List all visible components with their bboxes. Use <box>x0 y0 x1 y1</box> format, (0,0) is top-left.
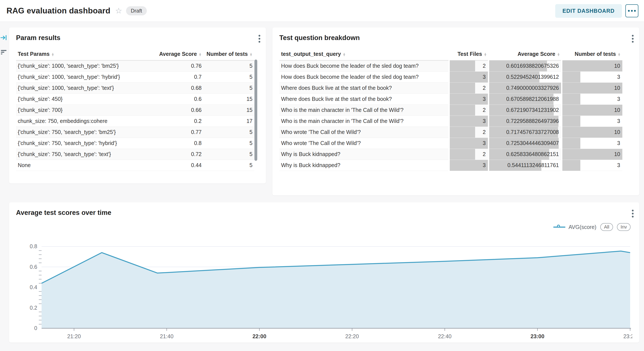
ellipsis-icon <box>634 10 636 12</box>
dashboard-header: RAG evaluation dashboard ☆ Draft EDIT DA… <box>0 0 644 22</box>
table-row: Why is Buck kidnapped? 3 0.5441113246811… <box>279 160 622 171</box>
sort-carets-icon: ▲▼ <box>484 52 487 56</box>
table-row: How does Buck become the leader of the s… <box>279 71 622 82</box>
card-title: Param results <box>16 34 259 42</box>
edit-dashboard-button[interactable]: EDIT DASHBOARD <box>555 4 622 18</box>
table-row: Who is the main character in 'The Call o… <box>279 116 622 127</box>
column-header[interactable]: Test Files▲▼ <box>449 47 488 60</box>
table-row: How does Buck become the leader of the s… <box>279 60 622 71</box>
bar-cell: 0.7253044446309407 <box>488 138 562 149</box>
avg-scores-chart-card: Average test scores over time AVG(score)… <box>9 202 639 343</box>
table-row: {'chunk_size': 1000, 'search_type': 'tex… <box>16 82 254 93</box>
table-row: {'chunk_size': 750, 'search_type': 'bm25… <box>16 127 254 138</box>
svg-text:23:20: 23:20 <box>624 333 632 339</box>
legend-series-label[interactable]: AVG(score) <box>568 224 596 230</box>
bar-cell: 3 <box>449 160 488 171</box>
column-header[interactable]: test_output_test_query▲▼ <box>279 47 449 60</box>
table-row: Who wrote 'The Call of the Wild'? 3 0.72… <box>279 138 622 149</box>
bar-cell: 2 <box>449 149 488 160</box>
expand-filter-bar-icon[interactable] <box>0 34 7 41</box>
table-row: Where does Buck live at the start of the… <box>279 93 622 104</box>
legend-select-all-button[interactable]: All <box>600 223 613 231</box>
sort-carets-icon: ▲▼ <box>557 52 560 56</box>
table-row: {'chunk_size': 450} 0.6 15 <box>16 93 254 104</box>
filter-icon[interactable] <box>1 49 7 55</box>
param-results-card: Param results Test Params▲▼Average Score… <box>9 27 266 184</box>
column-header[interactable]: Number of tests▲▼ <box>203 47 254 60</box>
bar-cell: 2 <box>449 60 488 71</box>
svg-text:0.6: 0.6 <box>30 264 37 270</box>
table-row: {'chunk_size': 700} 0.66 15 <box>16 104 254 116</box>
bar-cell: 2 <box>449 104 488 116</box>
card-title: Test question breakdown <box>279 34 632 42</box>
column-header[interactable]: Average Score▲▼ <box>488 47 562 60</box>
bar-cell: 10 <box>562 82 622 93</box>
kebab-menu-icon[interactable] <box>258 35 260 43</box>
svg-text:22:40: 22:40 <box>438 333 452 339</box>
bar-cell: 10 <box>562 127 622 138</box>
more-options-button[interactable] <box>626 4 638 17</box>
test-question-breakdown-table: test_output_test_query▲▼Test Files▲▼Aver… <box>279 47 622 171</box>
table-row: {'chunk_size': 750, 'search_type': 'text… <box>16 149 254 160</box>
bar-cell: 0.7490000003327926 <box>488 82 562 93</box>
table-row: {'chunk_size': 750, 'search_type': 'hybr… <box>16 138 254 149</box>
bar-cell: 0.7174576733727008 <box>488 127 562 138</box>
svg-text:0: 0 <box>34 325 37 331</box>
bar-cell: 0.6016938820675326 <box>488 60 562 71</box>
bar-cell: 0.7229588826497396 <box>488 116 562 127</box>
svg-text:21:20: 21:20 <box>67 333 81 339</box>
table-row: {'chunk_size': 1000, 'search_type': 'bm2… <box>16 60 254 71</box>
bar-cell: 2 <box>449 127 488 138</box>
svg-text:0.8: 0.8 <box>30 243 37 249</box>
bar-cell: 3 <box>562 160 622 171</box>
sort-carets-icon: ▲▼ <box>198 52 202 56</box>
sort-carets-icon: ▲▼ <box>342 52 346 56</box>
sort-carets-icon: ▲▼ <box>250 52 252 56</box>
table-header-row: Test Params▲▼Average Score▲▼Number of te… <box>16 47 254 60</box>
ellipsis-icon <box>631 10 633 12</box>
bar-cell: 3 <box>562 71 622 82</box>
column-header[interactable]: Test Params▲▼ <box>16 47 149 60</box>
table-row: Who is the main character in 'The Call o… <box>279 104 622 116</box>
bar-cell: 0.6721907341231902 <box>488 104 562 116</box>
card-title: Average test scores over time <box>16 209 632 217</box>
sort-carets-icon: ▲▼ <box>618 52 620 56</box>
table-row: Who wrote 'The Call of the Wild'? 2 0.71… <box>279 127 622 138</box>
table-row: Why is Buck kidnapped? 2 0.6258336480862… <box>279 149 622 160</box>
bar-cell: 10 <box>562 104 622 116</box>
bar-cell: 3 <box>562 93 622 104</box>
legend-series-marker-icon[interactable] <box>553 225 566 229</box>
svg-text:0.2: 0.2 <box>30 305 37 311</box>
column-header[interactable]: Number of tests▲▼ <box>562 47 622 60</box>
svg-text:23:00: 23:00 <box>530 333 544 339</box>
header-actions: EDIT DASHBOARD <box>555 4 638 18</box>
table-row: {'chunk_size': 1000, 'search_type': 'hyb… <box>16 71 254 82</box>
ellipsis-icon <box>628 10 630 12</box>
bar-cell: 3 <box>562 116 622 127</box>
kebab-menu-icon[interactable] <box>632 35 634 43</box>
bar-cell: 0.6705898212061988 <box>488 93 562 104</box>
sort-carets-icon: ▲▼ <box>51 52 54 56</box>
bar-cell: 10 <box>562 60 622 71</box>
bar-cell: 3 <box>562 138 622 149</box>
table-row: None 0.44 5 <box>16 160 254 171</box>
page-title: RAG evaluation dashboard <box>6 6 110 15</box>
table-header-row: test_output_test_query▲▼Test Files▲▼Aver… <box>279 47 622 60</box>
bar-cell: 10 <box>562 149 622 160</box>
star-icon[interactable]: ☆ <box>115 7 122 15</box>
bar-cell: 3 <box>449 71 488 82</box>
dashboard-body: Param results Test Params▲▼Average Score… <box>0 22 644 351</box>
table-row: chunk_size: 750, embeddings:cohere 0.2 1… <box>16 116 254 127</box>
bar-cell: 0.6258336480862151 <box>488 149 562 160</box>
param-results-table: Test Params▲▼Average Score▲▼Number of te… <box>16 47 254 171</box>
svg-text:21:40: 21:40 <box>160 333 174 339</box>
vertical-scrollbar[interactable] <box>254 59 257 161</box>
bar-cell: 3 <box>449 138 488 149</box>
status-badge: Draft <box>126 6 147 15</box>
svg-text:0.4: 0.4 <box>30 284 37 290</box>
bar-cell: 0.5441113246811761 <box>488 160 562 171</box>
column-header[interactable]: Average Score▲▼ <box>149 47 203 60</box>
svg-text:22:00: 22:00 <box>252 333 266 339</box>
kebab-menu-icon[interactable] <box>632 210 634 218</box>
legend-invert-button[interactable]: Inv <box>617 223 630 231</box>
